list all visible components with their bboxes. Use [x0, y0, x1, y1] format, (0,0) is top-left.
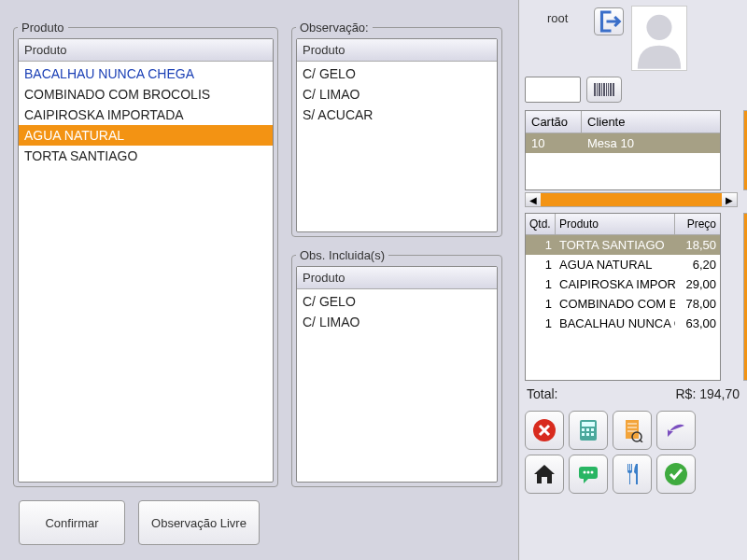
- cancel-button[interactable]: [525, 411, 564, 450]
- table-row[interactable]: 1BACALHAU NUNCA CHEGA63,00: [526, 314, 720, 333]
- order-row-produto: TORTA SANTIAGO: [556, 235, 675, 255]
- table-row[interactable]: 1AGUA NATURAL6,20: [526, 255, 720, 274]
- card-table-header: Cartão Cliente: [526, 111, 720, 133]
- svg-rect-6: [606, 83, 607, 96]
- logout-button[interactable]: [594, 7, 624, 35]
- observacao-list-body: C/ GELOC/ LIMAOS/ ACUCAR: [297, 62, 497, 127]
- svg-rect-2: [597, 83, 598, 96]
- order-row-preco: 78,00: [675, 294, 720, 314]
- scroll-left-arrow[interactable]: ◀: [526, 193, 541, 206]
- receipt-icon: [620, 418, 644, 442]
- order-table-body: 1TORTA SANTIAGO18,501AGUA NATURAL6,201CA…: [526, 235, 720, 333]
- home-button[interactable]: [525, 455, 564, 494]
- card-vertical-scrollbar[interactable]: [743, 110, 747, 190]
- svg-rect-3: [599, 83, 600, 96]
- back-button[interactable]: [656, 411, 696, 450]
- observacao-list-header: Produto: [297, 39, 497, 62]
- barcode-button[interactable]: [586, 77, 622, 103]
- barcode-icon: [594, 83, 614, 96]
- right-panel: root Cartão Cliente: [518, 0, 747, 560]
- list-item[interactable]: S/ ACUCAR: [297, 105, 497, 125]
- order-row-produto: CAIPIROSKA IMPORTADA: [556, 274, 675, 294]
- calculator-icon: [576, 418, 600, 442]
- list-item[interactable]: COMBINADO COM BROCOLIS: [19, 84, 273, 105]
- scroll-right-arrow[interactable]: ▶: [722, 193, 737, 206]
- svg-rect-1: [594, 83, 596, 96]
- order-table-section: Qtd. Produto Preço 1TORTA SANTIAGO18,501…: [525, 213, 741, 381]
- calculator-button[interactable]: [569, 411, 608, 450]
- table-row[interactable]: 1TORTA SANTIAGO18,50: [526, 235, 720, 255]
- avatar-placeholder-icon: [632, 6, 686, 70]
- home-icon: [532, 462, 557, 486]
- obs-incluidas-fieldset: Obs. Incluida(s) Produto C/ GELOC/ LIMAO: [291, 248, 502, 487]
- logout-icon: [595, 7, 623, 35]
- action-buttons: [525, 411, 741, 494]
- cutlery-icon: [620, 462, 644, 486]
- svg-point-26: [584, 471, 586, 474]
- total-value: R$: 194,70: [676, 386, 740, 401]
- card-row-cartao: 10: [526, 133, 582, 153]
- order-row-qtd: 1: [526, 294, 556, 314]
- order-row-preco: 6,20: [675, 255, 720, 274]
- order-table-header: Qtd. Produto Preço: [526, 214, 720, 235]
- list-item[interactable]: C/ GELO: [297, 63, 497, 84]
- confirmar-button[interactable]: Confirmar: [19, 500, 125, 545]
- back-arrow-icon: [664, 418, 688, 442]
- card-row-cliente: Mesa 10: [582, 133, 720, 153]
- card-table-section: Cartão Cliente 10 Mesa 10: [525, 110, 741, 190]
- observacao-legend: Observação:: [296, 21, 373, 35]
- order-row-produto: AGUA NATURAL: [556, 255, 675, 274]
- list-item[interactable]: C/ LIMAO: [297, 84, 497, 105]
- order-row-qtd: 1: [526, 274, 556, 294]
- order-row-preco: 63,00: [675, 314, 720, 333]
- order-row-produto: BACALHAU NUNCA CHEGA: [556, 314, 675, 333]
- obs-incluidas-listbox: Produto C/ GELOC/ LIMAO: [296, 266, 498, 483]
- list-item[interactable]: BACALHAU NUNCA CHEGA: [19, 63, 273, 84]
- order-row-qtd: 1: [526, 235, 556, 255]
- card-header-cliente: Cliente: [582, 111, 720, 133]
- avatar: [631, 6, 687, 71]
- svg-rect-15: [591, 428, 594, 431]
- produto-fieldset: Produto Produto BACALHAU NUNCA CHEGACOMB…: [13, 21, 278, 487]
- search-input[interactable]: [525, 77, 581, 103]
- svg-rect-5: [603, 83, 605, 96]
- order-row-qtd: 1: [526, 314, 556, 333]
- card-table: Cartão Cliente 10 Mesa 10: [525, 110, 721, 190]
- svg-point-0: [647, 15, 672, 40]
- order-vertical-scrollbar[interactable]: [743, 213, 747, 381]
- table-row[interactable]: 1CAIPIROSKA IMPORTADA29,00: [526, 274, 720, 294]
- order-header-preco: Preço: [675, 214, 720, 234]
- obs-incluidas-list-header: Produto: [297, 267, 497, 289]
- list-item[interactable]: CAIPIROSKA IMPORTADA: [19, 105, 273, 125]
- card-table-row[interactable]: 10 Mesa 10: [526, 133, 720, 153]
- list-item[interactable]: C/ GELO: [297, 291, 497, 312]
- total-label: Total:: [527, 386, 557, 401]
- svg-rect-7: [608, 83, 609, 96]
- svg-rect-18: [591, 433, 594, 436]
- receipt-button[interactable]: [613, 411, 652, 450]
- list-item[interactable]: AGUA NATURAL: [19, 125, 273, 146]
- ok-button[interactable]: [656, 455, 696, 494]
- observacao-listbox: Produto C/ GELOC/ LIMAOS/ ACUCAR: [296, 38, 498, 232]
- user-name-label: root: [547, 11, 568, 25]
- observacao-livre-button[interactable]: Observação Livre: [138, 500, 260, 545]
- chat-icon: [576, 462, 600, 486]
- svg-rect-13: [582, 428, 585, 431]
- svg-rect-9: [613, 83, 614, 96]
- list-item[interactable]: TORTA SANTIAGO: [19, 146, 273, 166]
- svg-rect-8: [610, 83, 612, 96]
- card-horizontal-scrollbar[interactable]: ◀ ▶: [525, 192, 738, 207]
- card-header-cartao: Cartão: [526, 111, 582, 133]
- obs-incluidas-list-body: C/ GELOC/ LIMAO: [297, 289, 497, 334]
- obs-incluidas-legend: Obs. Incluida(s): [296, 248, 388, 262]
- list-item[interactable]: C/ LIMAO: [297, 312, 497, 332]
- observacao-fieldset: Observação: Produto C/ GELOC/ LIMAOS/ AC…: [291, 21, 502, 237]
- cutlery-button[interactable]: [613, 455, 652, 494]
- order-row-preco: 18,50: [675, 235, 720, 255]
- scrollbar-thumb[interactable]: [541, 193, 722, 206]
- cancel-icon: [532, 418, 557, 442]
- table-row[interactable]: 1COMBINADO COM BROCOLIS78,00: [526, 294, 720, 314]
- search-row: [519, 73, 747, 106]
- user-header: root: [519, 0, 747, 73]
- chat-button[interactable]: [569, 455, 608, 494]
